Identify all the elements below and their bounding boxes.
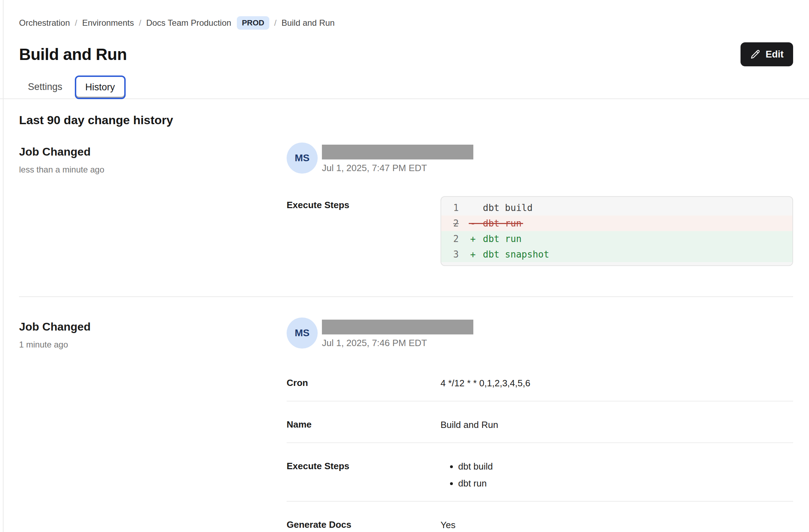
section-divider — [19, 296, 793, 297]
tab-history[interactable]: History — [75, 75, 126, 99]
detail-value: dbt build dbt run — [441, 461, 493, 489]
detail-label: Cron — [287, 377, 441, 388]
change-row: Execute Steps 1 dbt build 2 -dbt run 2 +… — [287, 196, 793, 266]
entry-summary: Job Changed 1 minute ago — [19, 318, 287, 350]
tab-settings[interactable]: Settings — [19, 75, 71, 98]
user-meta: Jul 1, 2025, 7:47 PM EDT — [322, 143, 473, 174]
tab-bar: Settings History — [0, 75, 809, 99]
diff-sign: + — [470, 234, 483, 244]
redacted-name-bar — [322, 320, 473, 334]
title-row: Build and Run Edit — [19, 42, 793, 66]
detail-value: 4 */12 * * 0,1,2,3,4,5,6 — [441, 377, 530, 389]
breadcrumb: Orchestration / Environments / Docs Team… — [19, 16, 793, 30]
diff-line-number: 3 — [441, 249, 470, 260]
detail-label: Generate Docs — [287, 519, 441, 530]
diff-row-removed: 2 -dbt run — [441, 216, 792, 231]
diff-sign: + — [470, 249, 483, 260]
breadcrumb-item-environment-name[interactable]: Docs Team Production — [146, 18, 231, 28]
diff-line-number: 2 — [441, 234, 470, 244]
avatar: MS — [287, 143, 318, 174]
breadcrumb-separator: / — [139, 18, 141, 28]
breadcrumb-item-current: Build and Run — [281, 18, 335, 28]
user-row: MS Jul 1, 2025, 7:47 PM EDT — [287, 143, 793, 174]
diff-block: 1 dbt build 2 -dbt run 2 +dbt run 3 +dbt… — [441, 196, 793, 266]
pencil-icon — [750, 49, 761, 60]
edit-button-label: Edit — [766, 49, 784, 60]
change-entry: Job Changed 1 minute ago MS Jul 1, 2025,… — [19, 318, 793, 532]
breadcrumb-item-orchestration[interactable]: Orchestration — [19, 18, 70, 28]
diff-code: dbt build — [483, 202, 533, 213]
edit-button[interactable]: Edit — [741, 42, 793, 66]
detail-value: Build and Run — [441, 419, 498, 430]
diff-line-number: 2 — [441, 218, 470, 229]
entry-time-ago: less than a minute ago — [19, 165, 287, 175]
entry-detail: MS Jul 1, 2025, 7:47 PM EDT Execute Step… — [287, 143, 793, 266]
diff-code: dbt run — [483, 218, 522, 229]
job-history-page: Orchestration / Environments / Docs Team… — [0, 16, 809, 532]
entry-summary: Job Changed less than a minute ago — [19, 143, 287, 175]
diff-row-added: 3 +dbt snapshot — [441, 247, 792, 262]
diff-sign: - — [470, 218, 483, 229]
list-item: dbt build — [458, 461, 493, 472]
history-section-heading: Last 90 day change history — [19, 113, 793, 127]
avatar: MS — [287, 318, 318, 349]
breadcrumb-item-environments[interactable]: Environments — [82, 18, 134, 28]
detail-label: Execute Steps — [287, 461, 441, 472]
entry-time-ago: 1 minute ago — [19, 340, 287, 350]
detail-row-cron: Cron 4 */12 * * 0,1,2,3,4,5,6 — [287, 368, 793, 401]
detail-row-name: Name Build and Run — [287, 401, 793, 443]
change-details-table: Cron 4 */12 * * 0,1,2,3,4,5,6 Name Build… — [287, 368, 793, 532]
change-field-label: Execute Steps — [287, 196, 441, 211]
page-title: Build and Run — [19, 45, 127, 64]
execute-steps-list: dbt build dbt run — [441, 461, 493, 489]
breadcrumb-separator: / — [274, 18, 277, 28]
left-edge-divider — [3, 0, 4, 532]
diff-row: 1 dbt build — [441, 200, 792, 216]
detail-value: Yes — [441, 519, 455, 531]
user-initials: MS — [295, 327, 310, 339]
diff-code: dbt snapshot — [483, 249, 549, 260]
diff-line-number: 1 — [441, 202, 470, 213]
diff-row-added: 2 +dbt run — [441, 231, 792, 247]
redacted-name-bar — [322, 145, 473, 159]
user-meta: Jul 1, 2025, 7:46 PM EDT — [322, 318, 473, 349]
user-row: MS Jul 1, 2025, 7:46 PM EDT — [287, 318, 793, 349]
entry-title: Job Changed — [19, 320, 287, 333]
prod-badge: PROD — [237, 16, 269, 30]
breadcrumb-separator: / — [75, 18, 77, 28]
change-entry: Job Changed less than a minute ago MS Ju… — [19, 143, 793, 266]
detail-row-generate-docs: Generate Docs Yes — [287, 502, 793, 532]
diff-code: dbt run — [483, 234, 522, 244]
entry-title: Job Changed — [19, 145, 287, 158]
user-initials: MS — [295, 152, 310, 164]
entry-timestamp: Jul 1, 2025, 7:46 PM EDT — [322, 338, 473, 349]
list-item: dbt run — [458, 478, 493, 489]
detail-label: Name — [287, 419, 441, 430]
detail-row-execute-steps: Execute Steps dbt build dbt run — [287, 443, 793, 502]
entry-timestamp: Jul 1, 2025, 7:47 PM EDT — [322, 163, 473, 174]
entry-detail: MS Jul 1, 2025, 7:46 PM EDT Cron 4 */12 … — [287, 318, 793, 532]
